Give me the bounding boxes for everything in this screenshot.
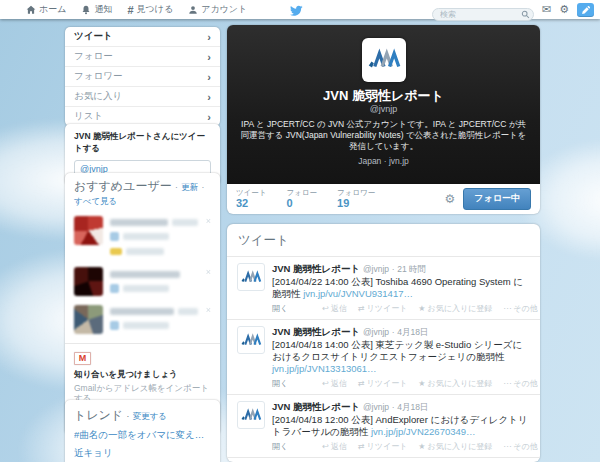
favorite-label: お気に入りに登録 [428,379,493,388]
tweet-author-name[interactable]: JVN 脆弱性レポート [272,263,360,274]
tweet-avatar[interactable] [237,263,265,291]
search-icon[interactable] [521,5,530,23]
gmail-icon: M [74,352,91,365]
nav-notifications[interactable]: 通知 [81,3,112,16]
sidebar-item-tweets[interactable]: ツイート › [65,27,220,46]
tweet-link[interactable]: jvn.jp/jp/JVN22670349… [371,426,476,437]
open-action[interactable]: 開く [272,441,288,452]
twitter-bird-logo[interactable] [289,3,304,21]
profile-location: Japan [358,156,381,166]
trend-item[interactable]: 近キョリ [74,447,211,460]
sidebar-item-lists[interactable]: リスト › [65,106,220,126]
stat-label: ツイート [236,189,267,197]
retweet-icon: ⇄ [358,379,365,388]
tweet-link[interactable]: jvn.jp/vu/JVNVU931417… [303,288,413,299]
stat-following[interactable]: フォロー 0 [287,189,318,210]
favorite-action[interactable]: ★お気に入りに登録 [418,303,492,314]
tweet-body: JVN 脆弱性レポート @jvnjp · 21 時間 [2014/04/22 1… [272,263,530,314]
retweet-action[interactable]: ⇄リツイート [358,303,407,314]
close-icon[interactable]: × [206,267,211,277]
tweet-author-name[interactable]: JVN 脆弱性レポート [272,326,360,337]
profile-header: JVN 脆弱性レポート @jvnjp IPA と JPCERT/CC の JVN… [227,25,540,184]
tweet-timestamp[interactable]: 21 時間 [397,264,426,274]
tweet-author-handle[interactable]: @jvnjp [363,264,389,274]
user-actions-gear-icon[interactable]: ⚙ [445,192,456,206]
favorite-action[interactable]: ★お気に入りに登録 [418,378,492,389]
stat-followers[interactable]: フォロワー 19 [337,189,375,210]
menu-label: ツイート [74,30,113,43]
menu-label: フォロー [74,50,113,63]
more-label: その他 [513,304,537,313]
favorite-label: お気に入りに登録 [428,304,493,313]
sidebar-item-favorites[interactable]: お気に入り › [65,86,220,106]
change-trends-link[interactable]: 変更する [133,411,167,421]
chevron-right-icon: › [207,71,211,83]
chevron-right-icon: › [207,111,211,123]
nav-discover[interactable]: # 見つける [127,3,173,16]
profile-bio: IPA と JPCERT/CC の JVN 公式アカウントです。IPA と JP… [241,119,527,152]
sidebar-item-following[interactable]: フォロー › [65,46,220,66]
sidebar-item-followers[interactable]: フォロワー › [65,66,220,86]
blurred-user-info [110,267,211,296]
reply-action[interactable]: ↩返信 [322,303,347,314]
tweet-author-name[interactable]: JVN 脆弱性レポート [272,401,360,412]
suggested-users-title: おすすめユーザー [74,179,172,193]
search-input[interactable] [432,8,534,21]
nav-discover-label: 見つける [137,3,174,16]
compose-tweet-button[interactable] [577,3,594,17]
open-action[interactable]: 開く [272,303,288,314]
tweet-timestamp[interactable]: 4月18日 [397,402,428,412]
favorite-action[interactable]: ★お気に入りに登録 [418,441,492,452]
retweet-label: リツイート [367,379,408,388]
nav-home[interactable]: ホーム [26,3,66,16]
tweet-row[interactable]: JVN 脆弱性レポート @jvnjp · 4月18日 [2014/04/18 1… [227,394,540,457]
hash-icon: # [127,4,133,16]
profile-nav-card: ツイート › フォロー › フォロワー › お気に入り › リスト › [65,27,220,126]
refresh-link[interactable]: 更新 [181,182,198,192]
tweet-timestamp[interactable]: 4月18日 [397,327,428,337]
tweet-link[interactable]: jvn.jp/jp/JVN13313061… [272,363,377,374]
tweet-author-handle[interactable]: @jvnjp [363,402,389,412]
open-action[interactable]: 開く [272,378,288,389]
more-action[interactable]: ⋯その他 [503,378,537,389]
trend-item[interactable]: #曲名の一部をオバマに変えるとアメ... [74,429,211,442]
star-icon: ★ [418,379,425,388]
star-icon: ★ [418,442,425,451]
view-all-link[interactable]: すべて見る [74,196,117,206]
navbar-left-group: ホーム 通知 # 見つける アカウント [26,0,262,19]
suggested-user-row[interactable]: × [74,305,211,334]
close-icon[interactable]: × [206,216,211,226]
messages-icon[interactable]: ✉ [542,0,551,19]
favorite-label: お気に入りに登録 [428,442,493,451]
profile-url[interactable]: jvn.jp [389,156,409,166]
tweet-actions: 開く ↩返信 ⇄リツイート ★お気に入りに登録 ⋯その他 [272,303,530,314]
suggested-user-row[interactable]: × [74,267,211,296]
more-action[interactable]: ⋯その他 [503,441,537,452]
trends-card: トレンド · 変更する #曲名の一部をオバマに変えるとアメ... 近キョリ ごに… [65,400,220,462]
nav-account[interactable]: アカウント [188,3,247,16]
close-icon[interactable]: × [206,305,211,315]
stat-tweets[interactable]: ツイート 32 [236,189,267,210]
tweet-avatar[interactable] [237,326,265,354]
pen-icon [581,1,591,19]
tweet-row[interactable]: JVN 脆弱性レポート @jvnjp · 21 時間 [2014/04/22 1… [227,256,540,319]
menu-label: お気に入り [74,90,122,103]
retweet-action[interactable]: ⇄リツイート [358,441,407,452]
settings-gear-icon[interactable]: ⚙ [559,0,569,19]
more-action[interactable]: ⋯その他 [503,303,537,314]
dot-separator: · [392,264,395,274]
tweet-avatar[interactable] [237,401,265,429]
tweet-row[interactable]: JVN 脆弱性レポート @jvnjp · 4月18日 [2014/04/18 1… [227,457,540,462]
suggested-user-row[interactable]: × [74,216,211,259]
blurred-user-info [110,305,211,334]
bell-icon [81,5,91,15]
following-button[interactable]: フォロー中 [463,188,531,210]
retweet-action[interactable]: ⇄リツイート [358,378,407,389]
tweet-body: JVN 脆弱性レポート @jvnjp · 4月18日 [2014/04/18 1… [272,401,530,452]
person-icon [188,5,198,15]
tweet-row[interactable]: JVN 脆弱性レポート @jvnjp · 4月18日 [2014/04/18 1… [227,319,540,394]
tweet-author-handle[interactable]: @jvnjp [363,327,389,337]
reply-action[interactable]: ↩返信 [322,441,347,452]
reply-icon: ↩ [322,442,329,451]
reply-action[interactable]: ↩返信 [322,378,347,389]
